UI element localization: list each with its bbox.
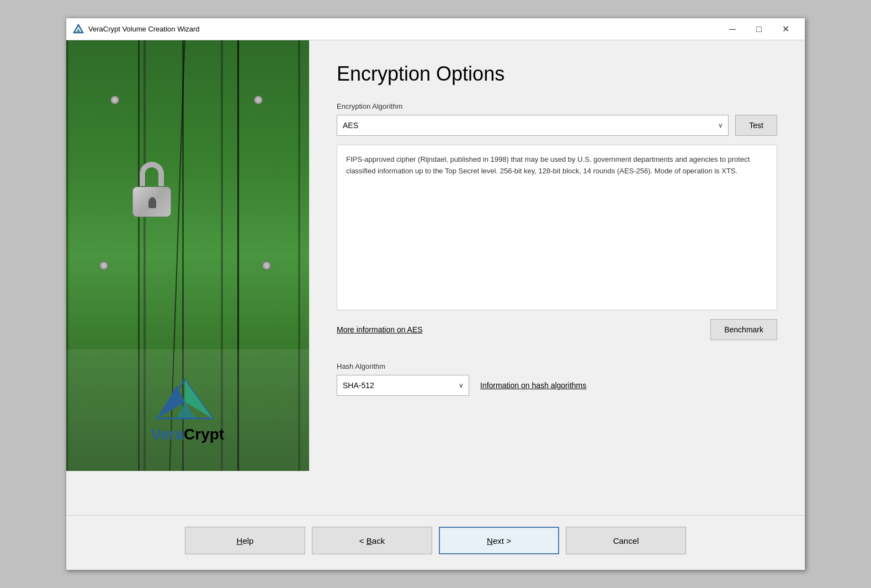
window-controls: ─ □ ✕ <box>720 21 798 38</box>
encryption-description: FIPS-approved cipher (Rijndael, publishe… <box>337 145 777 310</box>
hash-section: Hash Algorithm SHA-512 ∨ Information on … <box>337 362 777 396</box>
logo-crypt: Crypt <box>184 426 224 443</box>
veracrypt-logo-svg <box>155 377 221 421</box>
hero-image: VeraCrypt <box>66 40 309 471</box>
padlock-body <box>132 187 171 217</box>
screw-decoration <box>262 261 271 270</box>
padlock-decoration <box>127 162 177 217</box>
app-icon <box>73 24 84 35</box>
padlock-keyhole <box>148 197 156 208</box>
benchmark-button[interactable]: Benchmark <box>710 319 777 340</box>
close-button[interactable]: ✕ <box>773 21 798 38</box>
right-panel: Encryption Options Encryption Algorithm … <box>309 40 805 515</box>
next-button[interactable]: Next > <box>439 527 559 554</box>
logo-area: VeraCrypt <box>66 349 309 471</box>
logo-vera: Vera <box>151 426 184 443</box>
info-row: More information on AES Benchmark <box>337 319 777 340</box>
cancel-button[interactable]: Cancel <box>566 527 686 554</box>
padlock-shackle <box>140 162 164 186</box>
screw-decoration <box>254 96 263 104</box>
footer: Help < Back Next > Cancel <box>66 515 805 570</box>
help-underline: Help <box>237 536 254 545</box>
logo-text: VeraCrypt <box>151 426 224 443</box>
back-button[interactable]: < Back <box>312 527 432 554</box>
hash-info-link[interactable]: Information on hash algorithms <box>480 381 586 390</box>
test-button[interactable]: Test <box>735 115 777 136</box>
content-area: VeraCrypt Encryption Options Encryption … <box>66 40 805 515</box>
minimize-button[interactable]: ─ <box>720 21 745 38</box>
window-title: VeraCrypt Volume Creation Wizard <box>88 25 720 33</box>
encryption-algorithm-select[interactable]: AES <box>337 115 729 136</box>
more-info-link[interactable]: More information on AES <box>337 325 423 334</box>
algorithm-row: AES ∨ Test <box>337 115 777 136</box>
left-panel: VeraCrypt <box>66 40 309 515</box>
page-title: Encryption Options <box>337 62 777 86</box>
description-text: FIPS-approved cipher (Rijndael, publishe… <box>346 155 750 175</box>
encryption-algorithm-label: Encryption Algorithm <box>337 102 777 110</box>
help-button[interactable]: Help <box>185 527 305 554</box>
title-bar: VeraCrypt Volume Creation Wizard ─ □ ✕ <box>66 18 805 40</box>
back-underline: < Back <box>359 536 385 545</box>
next-underline: Next > <box>487 536 511 545</box>
hash-select-container: SHA-512 ∨ <box>337 375 469 396</box>
hash-algorithm-select[interactable]: SHA-512 <box>337 375 469 396</box>
cancel-underline: Cancel <box>613 536 639 545</box>
screw-decoration <box>99 261 108 270</box>
screw-decoration <box>110 96 119 104</box>
hash-algorithm-label: Hash Algorithm <box>337 362 777 370</box>
maximize-button[interactable]: □ <box>746 21 772 38</box>
encryption-algorithm-container: AES ∨ <box>337 115 729 136</box>
hash-row: SHA-512 ∨ Information on hash algorithms <box>337 375 777 396</box>
main-window: VeraCrypt Volume Creation Wizard ─ □ ✕ <box>66 18 805 570</box>
